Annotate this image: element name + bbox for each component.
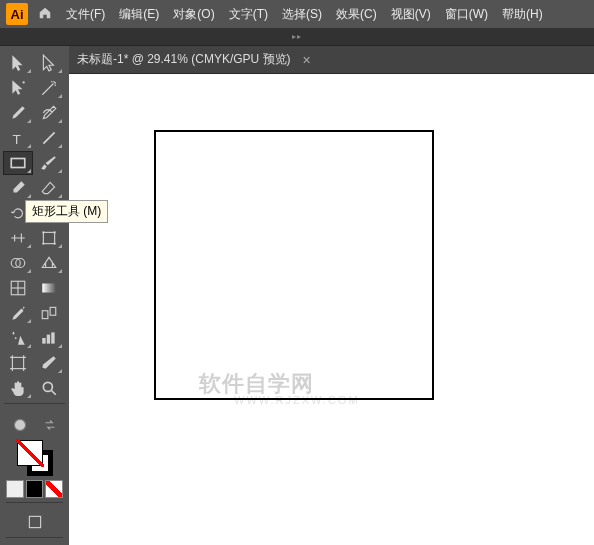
- fill-stroke-swatch[interactable]: [17, 440, 53, 476]
- width-tool[interactable]: [4, 227, 32, 249]
- mesh-tool[interactable]: [4, 277, 32, 299]
- magic-wand-tool[interactable]: [35, 77, 63, 99]
- document-tab-bar: 未标题-1* @ 29.41% (CMYK/GPU 预览) ×: [69, 46, 594, 74]
- svg-point-0: [23, 81, 25, 83]
- svg-rect-3: [11, 159, 25, 168]
- line-tool[interactable]: [35, 127, 63, 149]
- eyedropper-tool[interactable]: [4, 302, 32, 324]
- canvas[interactable]: 软件自学网 WWW.RJZXW.COM: [69, 74, 594, 545]
- color-swatch-area: [4, 410, 65, 545]
- artboard-tool[interactable]: [4, 352, 32, 374]
- menu-type[interactable]: 文字(T): [229, 6, 268, 23]
- color-mode-none[interactable]: [45, 480, 63, 498]
- svg-point-7: [42, 231, 44, 233]
- svg-line-24: [51, 390, 56, 395]
- menu-edit[interactable]: 编辑(E): [119, 6, 159, 23]
- pen-tool[interactable]: [4, 102, 32, 124]
- fill-swatch[interactable]: [17, 440, 43, 466]
- fill-toggle[interactable]: [6, 414, 33, 436]
- type-tool[interactable]: T: [4, 127, 32, 149]
- drawn-rectangle[interactable]: [154, 130, 434, 400]
- watermark-url: WWW.RJZXW.COM: [234, 394, 360, 406]
- tab-close-icon[interactable]: ×: [303, 52, 311, 68]
- perspective-tool[interactable]: [35, 252, 63, 274]
- svg-rect-26: [29, 516, 40, 527]
- shape-builder-tool[interactable]: [4, 252, 32, 274]
- svg-rect-18: [50, 307, 56, 315]
- menu-window[interactable]: 窗口(W): [445, 6, 488, 23]
- graph-tool[interactable]: [35, 327, 63, 349]
- menubar: Ai 文件(F) 编辑(E) 对象(O) 文字(T) 选择(S) 效果(C) 视…: [0, 0, 594, 28]
- svg-rect-6: [43, 232, 54, 243]
- swap-fill-stroke[interactable]: [36, 414, 63, 436]
- menu-select[interactable]: 选择(S): [282, 6, 322, 23]
- draw-mode-normal[interactable]: [21, 511, 49, 533]
- svg-point-10: [54, 243, 56, 245]
- svg-rect-22: [12, 357, 23, 368]
- app-logo: Ai: [6, 3, 28, 25]
- eraser-tool[interactable]: [35, 177, 63, 199]
- panel-collapse-grip[interactable]: ▸▸: [0, 28, 594, 46]
- slice-tool[interactable]: [35, 352, 63, 374]
- svg-point-23: [43, 382, 52, 391]
- brush-tool[interactable]: [35, 152, 63, 174]
- svg-rect-21: [51, 332, 54, 343]
- color-mode-solid[interactable]: [6, 480, 24, 498]
- direct-selection-tool[interactable]: [35, 52, 63, 74]
- svg-rect-17: [42, 311, 48, 319]
- free-transform-tool[interactable]: [35, 227, 63, 249]
- svg-point-8: [54, 231, 56, 233]
- selection-tool[interactable]: [4, 52, 32, 74]
- gradient-tool[interactable]: [35, 277, 63, 299]
- curvature-tool[interactable]: [35, 102, 63, 124]
- menu-object[interactable]: 对象(O): [173, 6, 214, 23]
- tool-tooltip: 矩形工具 (M): [25, 200, 108, 223]
- color-mode-gradient[interactable]: [26, 480, 44, 498]
- svg-point-25: [14, 419, 25, 430]
- menu-view[interactable]: 视图(V): [391, 6, 431, 23]
- blend-tool[interactable]: [35, 302, 63, 324]
- hand-tool[interactable]: [4, 377, 32, 399]
- rectangle-tool[interactable]: [4, 152, 32, 174]
- zoom-tool[interactable]: [35, 377, 63, 399]
- menu-help[interactable]: 帮助(H): [502, 6, 543, 23]
- svg-line-2: [43, 132, 54, 143]
- document-tab-title[interactable]: 未标题-1* @ 29.41% (CMYK/GPU 预览): [77, 51, 291, 68]
- svg-rect-20: [47, 335, 50, 344]
- group-selection-tool[interactable]: [4, 77, 32, 99]
- svg-text:T: T: [12, 132, 20, 147]
- menu-file[interactable]: 文件(F): [66, 6, 105, 23]
- home-icon[interactable]: [38, 6, 52, 23]
- menu-effect[interactable]: 效果(C): [336, 6, 377, 23]
- svg-rect-16: [42, 284, 56, 293]
- shaper-tool[interactable]: [4, 177, 32, 199]
- toolbar: T: [0, 46, 69, 545]
- svg-rect-19: [42, 338, 45, 344]
- svg-point-9: [42, 243, 44, 245]
- symbol-sprayer-tool[interactable]: [4, 327, 32, 349]
